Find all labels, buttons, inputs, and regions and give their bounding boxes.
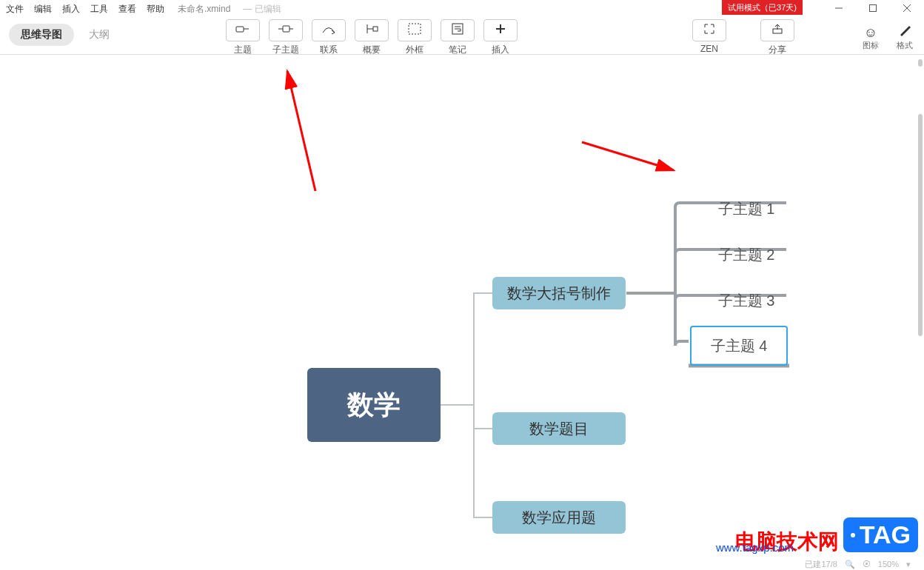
relation-icon bbox=[321, 23, 336, 38]
share-icon bbox=[771, 23, 783, 38]
svg-rect-1 bbox=[870, 5, 877, 12]
smiley-icon: ☺ bbox=[860, 24, 881, 41]
watermark-url: www.tagxp.com bbox=[716, 541, 794, 554]
watermark: 电脑技术网 www.tagxp.com TAG bbox=[735, 517, 918, 552]
subtopic-node[interactable]: 子主题 1 bbox=[709, 199, 783, 219]
menu-file[interactable]: 文件 bbox=[6, 3, 24, 16]
topic-icon bbox=[235, 23, 250, 38]
menu-help[interactable]: 帮助 bbox=[147, 3, 164, 16]
subtopic-icon bbox=[278, 23, 294, 38]
main-topic-node[interactable]: 数学大括号制作 bbox=[492, 277, 626, 309]
status-bar: 已建17/8 🔍 ⦿ 150% ▾ bbox=[0, 558, 924, 570]
document-edited-label: — 已编辑 bbox=[243, 3, 281, 16]
tool-boundary[interactable]: 外框 bbox=[394, 19, 435, 56]
tool-subtopic[interactable]: 子主题 bbox=[265, 19, 307, 56]
trial-banner[interactable]: 试用模式（已37天) bbox=[722, 0, 803, 15]
status-count: 已建17/8 bbox=[805, 559, 837, 570]
watermark-tag-chip: TAG bbox=[843, 517, 918, 552]
tool-format-label: 格式 bbox=[894, 41, 915, 51]
brush-icon bbox=[894, 24, 915, 41]
tool-zen[interactable]: ZEN bbox=[689, 19, 730, 56]
tool-note[interactable]: 笔记 bbox=[437, 19, 478, 56]
svg-line-19 bbox=[287, 71, 315, 191]
document-name: 未命名.xmind bbox=[178, 3, 230, 16]
locate-icon[interactable]: ⦿ bbox=[863, 560, 871, 569]
tool-summary[interactable]: 概要 bbox=[351, 19, 392, 56]
central-topic-node[interactable]: 数学 bbox=[307, 368, 441, 442]
view-mindmap-tab[interactable]: 思维导图 bbox=[9, 24, 74, 46]
svg-rect-9 bbox=[373, 27, 378, 31]
subtopic-node[interactable]: 子主题 2 bbox=[709, 245, 783, 265]
tool-topic[interactable]: 主题 bbox=[222, 19, 264, 56]
right-tools: ZEN 分享 bbox=[689, 19, 798, 56]
zoom-value[interactable]: 150% bbox=[878, 560, 899, 569]
menu-view[interactable]: 查看 bbox=[118, 3, 136, 16]
vertical-scrollbar[interactable] bbox=[917, 55, 924, 558]
main-topic-node[interactable]: 数学应用题 bbox=[492, 501, 626, 534]
menu-bar: 文件 编辑 插入 工具 查看 帮助 未命名.xmind — 已编辑 试用模式（已… bbox=[0, 0, 924, 18]
svg-line-20 bbox=[582, 142, 674, 170]
boundary-icon bbox=[408, 23, 421, 38]
zen-icon bbox=[703, 23, 715, 38]
window-maximize-button[interactable] bbox=[856, 0, 890, 16]
center-tools: 主题 子主题 联系 概要 外框 笔记 插入 bbox=[222, 19, 521, 56]
panel-tools: ☺ 图标 格式 bbox=[860, 24, 915, 51]
tool-icons-label: 图标 bbox=[860, 41, 881, 51]
window-close-button[interactable] bbox=[890, 0, 924, 16]
scroll-up-button[interactable] bbox=[918, 59, 923, 67]
svg-rect-7 bbox=[283, 26, 289, 32]
subtopic-node[interactable]: 子主题 3 bbox=[709, 291, 783, 311]
summary-icon bbox=[364, 23, 379, 38]
main-topic-node[interactable]: 数学题目 bbox=[492, 412, 626, 445]
tool-zen-label: ZEN bbox=[689, 44, 730, 54]
plus-icon bbox=[495, 23, 506, 38]
menu-insert[interactable]: 插入 bbox=[62, 3, 80, 16]
view-toggle: 思维导图 大纲 bbox=[9, 24, 121, 46]
scroll-thumb[interactable] bbox=[918, 114, 923, 336]
tool-format[interactable]: 格式 bbox=[894, 24, 915, 51]
menu-edit[interactable]: 编辑 bbox=[34, 3, 52, 16]
svg-rect-4 bbox=[236, 27, 244, 32]
tool-add[interactable]: 插入 bbox=[480, 19, 521, 56]
window-minimize-button[interactable] bbox=[822, 0, 856, 16]
search-icon[interactable]: 🔍 bbox=[845, 560, 855, 569]
tool-share[interactable]: 分享 bbox=[757, 19, 798, 56]
mindmap-canvas[interactable]: 数学 数学大括号制作 数学题目 数学应用题 子主题 1 子主题 2 子主题 3 … bbox=[0, 55, 917, 558]
toolbar: 思维导图 大纲 主题 子主题 联系 概要 外框 笔记 插入 bbox=[0, 18, 924, 55]
menu-tool[interactable]: 工具 bbox=[90, 3, 108, 16]
subtopic-node-selected[interactable]: 子主题 4 bbox=[690, 326, 788, 366]
note-icon bbox=[452, 23, 463, 38]
window-controls bbox=[822, 0, 924, 16]
tool-relation[interactable]: 联系 bbox=[308, 19, 349, 56]
chevron-down-icon[interactable]: ▾ bbox=[906, 560, 911, 569]
svg-rect-10 bbox=[409, 24, 421, 34]
view-outline-tab[interactable]: 大纲 bbox=[77, 24, 121, 46]
tool-icons[interactable]: ☺ 图标 bbox=[860, 24, 881, 51]
